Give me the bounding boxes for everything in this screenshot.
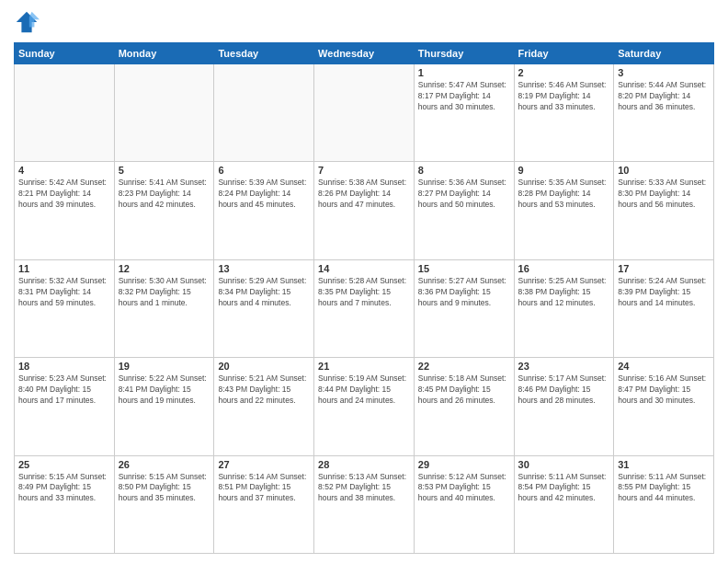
day-number: 12 [119,263,210,274]
day-info: Sunrise: 5:17 AM Sunset: 8:46 PM Dayligh… [518,373,610,407]
day-cell: 9Sunrise: 5:35 AM Sunset: 8:28 PM Daylig… [514,162,614,259]
day-number: 18 [18,361,110,372]
day-number: 28 [318,459,410,470]
day-info: Sunrise: 5:22 AM Sunset: 8:41 PM Dayligh… [119,373,210,407]
day-cell: 4Sunrise: 5:42 AM Sunset: 8:21 PM Daylig… [15,162,115,259]
week-row-2: 11Sunrise: 5:32 AM Sunset: 8:31 PM Dayli… [15,259,714,357]
day-number: 19 [119,361,210,372]
day-info: Sunrise: 5:12 AM Sunset: 8:53 PM Dayligh… [418,472,510,505]
day-number: 8 [418,165,510,176]
day-number: 26 [119,459,210,470]
day-cell: 10Sunrise: 5:33 AM Sunset: 8:30 PM Dayli… [614,162,714,259]
day-info: Sunrise: 5:13 AM Sunset: 8:52 PM Dayligh… [318,472,410,505]
header-wednesday: Wednesday [314,43,415,64]
day-number: 14 [318,263,410,274]
day-info: Sunrise: 5:14 AM Sunset: 8:51 PM Dayligh… [218,472,310,505]
day-cell: 17Sunrise: 5:24 AM Sunset: 8:39 PM Dayli… [614,259,714,357]
day-number: 24 [618,361,710,372]
day-number: 4 [18,165,110,176]
day-cell: 20Sunrise: 5:21 AM Sunset: 8:43 PM Dayli… [214,358,314,455]
day-number: 27 [218,459,310,470]
day-cell [314,64,415,162]
week-row-4: 25Sunrise: 5:15 AM Sunset: 8:49 PM Dayli… [15,455,714,553]
header-tuesday: Tuesday [214,43,314,64]
header-friday: Friday [514,43,614,64]
day-info: Sunrise: 5:15 AM Sunset: 8:50 PM Dayligh… [119,472,210,505]
day-info: Sunrise: 5:23 AM Sunset: 8:40 PM Dayligh… [18,373,110,407]
header [14,9,714,35]
day-number: 9 [518,165,610,176]
day-cell: 5Sunrise: 5:41 AM Sunset: 8:23 PM Daylig… [114,162,214,259]
day-number: 6 [218,165,310,176]
day-info: Sunrise: 5:41 AM Sunset: 8:23 PM Dayligh… [119,178,210,211]
day-number: 16 [518,263,610,274]
day-info: Sunrise: 5:16 AM Sunset: 8:47 PM Dayligh… [618,373,710,407]
day-info: Sunrise: 5:15 AM Sunset: 8:49 PM Dayligh… [18,472,110,505]
logo-icon [14,9,40,35]
day-info: Sunrise: 5:42 AM Sunset: 8:21 PM Dayligh… [18,178,110,211]
day-cell: 3Sunrise: 5:44 AM Sunset: 8:20 PM Daylig… [614,64,714,162]
day-info: Sunrise: 5:35 AM Sunset: 8:28 PM Dayligh… [518,178,610,211]
day-number: 17 [618,263,710,274]
header-thursday: Thursday [414,43,514,64]
day-info: Sunrise: 5:39 AM Sunset: 8:24 PM Dayligh… [218,178,310,211]
day-number: 1 [418,67,510,78]
day-cell: 24Sunrise: 5:16 AM Sunset: 8:47 PM Dayli… [614,358,714,455]
day-cell: 11Sunrise: 5:32 AM Sunset: 8:31 PM Dayli… [15,259,115,357]
day-number: 29 [418,459,510,470]
day-info: Sunrise: 5:47 AM Sunset: 8:17 PM Dayligh… [418,80,510,113]
day-number: 22 [418,361,510,372]
day-info: Sunrise: 5:29 AM Sunset: 8:34 PM Dayligh… [218,276,310,309]
day-cell: 7Sunrise: 5:38 AM Sunset: 8:26 PM Daylig… [314,162,415,259]
day-number: 5 [119,165,210,176]
day-cell: 19Sunrise: 5:22 AM Sunset: 8:41 PM Dayli… [114,358,214,455]
day-cell [15,64,115,162]
day-info: Sunrise: 5:19 AM Sunset: 8:44 PM Dayligh… [318,373,410,407]
logo [14,9,43,35]
day-cell: 29Sunrise: 5:12 AM Sunset: 8:53 PM Dayli… [414,455,514,553]
day-cell: 23Sunrise: 5:17 AM Sunset: 8:46 PM Dayli… [514,358,614,455]
day-info: Sunrise: 5:28 AM Sunset: 8:35 PM Dayligh… [318,276,410,309]
day-cell [114,64,214,162]
day-info: Sunrise: 5:11 AM Sunset: 8:54 PM Dayligh… [518,472,610,505]
day-cell: 25Sunrise: 5:15 AM Sunset: 8:49 PM Dayli… [15,455,115,553]
day-number: 30 [518,459,610,470]
header-saturday: Saturday [614,43,714,64]
day-cell: 28Sunrise: 5:13 AM Sunset: 8:52 PM Dayli… [314,455,415,553]
calendar-table: SundayMondayTuesdayWednesdayThursdayFrid… [14,42,714,554]
day-cell: 16Sunrise: 5:25 AM Sunset: 8:38 PM Dayli… [514,259,614,357]
week-row-1: 4Sunrise: 5:42 AM Sunset: 8:21 PM Daylig… [15,162,714,259]
day-info: Sunrise: 5:25 AM Sunset: 8:38 PM Dayligh… [518,276,610,309]
day-info: Sunrise: 5:36 AM Sunset: 8:27 PM Dayligh… [418,178,510,211]
day-info: Sunrise: 5:33 AM Sunset: 8:30 PM Dayligh… [618,178,710,211]
week-row-3: 18Sunrise: 5:23 AM Sunset: 8:40 PM Dayli… [15,358,714,455]
day-number: 23 [518,361,610,372]
day-info: Sunrise: 5:21 AM Sunset: 8:43 PM Dayligh… [218,373,310,407]
calendar-page: SundayMondayTuesdayWednesdayThursdayFrid… [0,0,728,563]
day-cell: 8Sunrise: 5:36 AM Sunset: 8:27 PM Daylig… [414,162,514,259]
header-row: SundayMondayTuesdayWednesdayThursdayFrid… [15,43,714,64]
day-cell: 13Sunrise: 5:29 AM Sunset: 8:34 PM Dayli… [214,259,314,357]
day-info: Sunrise: 5:46 AM Sunset: 8:19 PM Dayligh… [518,80,610,113]
day-cell: 6Sunrise: 5:39 AM Sunset: 8:24 PM Daylig… [214,162,314,259]
day-cell: 15Sunrise: 5:27 AM Sunset: 8:36 PM Dayli… [414,259,514,357]
day-info: Sunrise: 5:27 AM Sunset: 8:36 PM Dayligh… [418,276,510,309]
day-cell [214,64,314,162]
header-sunday: Sunday [15,43,115,64]
day-number: 7 [318,165,410,176]
day-info: Sunrise: 5:24 AM Sunset: 8:39 PM Dayligh… [618,276,710,309]
day-cell: 18Sunrise: 5:23 AM Sunset: 8:40 PM Dayli… [15,358,115,455]
day-cell: 1Sunrise: 5:47 AM Sunset: 8:17 PM Daylig… [414,64,514,162]
day-number: 10 [618,165,710,176]
day-number: 13 [218,263,310,274]
day-cell: 31Sunrise: 5:11 AM Sunset: 8:55 PM Dayli… [614,455,714,553]
day-info: Sunrise: 5:44 AM Sunset: 8:20 PM Dayligh… [618,80,710,113]
day-number: 2 [518,67,610,78]
day-number: 15 [418,263,510,274]
day-info: Sunrise: 5:18 AM Sunset: 8:45 PM Dayligh… [418,373,510,407]
day-number: 11 [18,263,110,274]
day-cell: 14Sunrise: 5:28 AM Sunset: 8:35 PM Dayli… [314,259,415,357]
week-row-0: 1Sunrise: 5:47 AM Sunset: 8:17 PM Daylig… [15,64,714,162]
day-cell: 26Sunrise: 5:15 AM Sunset: 8:50 PM Dayli… [114,455,214,553]
day-number: 20 [218,361,310,372]
